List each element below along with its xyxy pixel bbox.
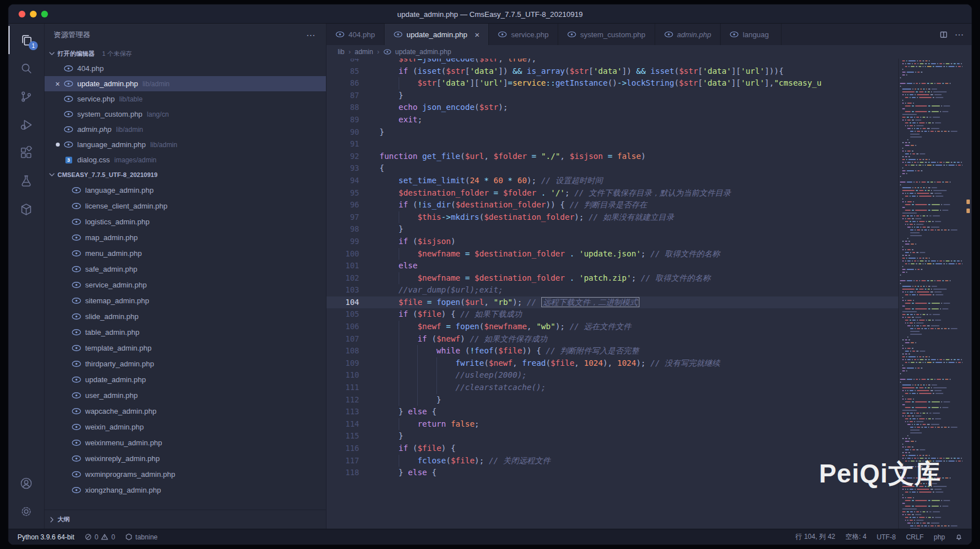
tree-file-item[interactable]: menu_admin.php: [45, 245, 326, 261]
status-python-version[interactable]: Python 3.9.6 64-bit: [17, 533, 74, 541]
status-cursor-position[interactable]: 行 104, 列 42: [796, 532, 836, 542]
code-line[interactable]: 101else: [326, 260, 898, 272]
tab-update_admin.php[interactable]: update_admin.php×: [385, 24, 489, 45]
tree-file-item[interactable]: weixinmenu_admin.php: [45, 435, 326, 450]
code-line[interactable]: 108while (!feof($file)) { // 判断附件写入是否完整: [326, 345, 898, 357]
tree-file-item[interactable]: weixinreply_admin.php: [45, 450, 326, 466]
open-editor-item[interactable]: language_admin.phplib/admin: [45, 137, 326, 152]
tree-file-item[interactable]: update_admin.php: [45, 371, 326, 387]
open-editor-item[interactable]: 404.php: [45, 61, 326, 76]
split-editor-icon[interactable]: [939, 30, 948, 39]
activity-extensions[interactable]: [8, 139, 44, 167]
activity-source-control[interactable]: [8, 82, 44, 110]
tree-file-item[interactable]: language_admin.php: [45, 182, 326, 198]
close-tab-icon[interactable]: ×: [475, 30, 480, 39]
code-line[interactable]: 98}: [326, 223, 898, 236]
code-line[interactable]: 100$newfname = $destination_folder . 'up…: [326, 248, 898, 260]
activity-explorer[interactable]: 1: [8, 26, 44, 54]
code-line[interactable]: 113} else {: [326, 406, 898, 418]
tree-file-item[interactable]: service_admin.php: [45, 277, 326, 293]
code-line[interactable]: 86$str['data']['url']=service::getInstan…: [326, 77, 898, 90]
breadcrumb-item[interactable]: admin: [355, 48, 373, 56]
code-line[interactable]: 107if ($newf) // 如果文件保存成功: [326, 333, 898, 346]
code-line[interactable]: 85if (isset($str['data']) && is_array($s…: [326, 65, 898, 78]
tab-languag[interactable]: languag: [721, 24, 782, 45]
status-notifications[interactable]: [955, 533, 963, 541]
open-editor-item[interactable]: system_custom.phplang/cn: [45, 107, 326, 122]
tree-file-item[interactable]: slide_admin.php: [45, 308, 326, 324]
tree-file-item[interactable]: license_client_admin.php: [45, 198, 326, 214]
tree-file-item[interactable]: thirdparty_admin.php: [45, 356, 326, 371]
code-line[interactable]: 111//clearstatcache();: [326, 382, 898, 394]
outline-section[interactable]: 大纲: [45, 510, 326, 529]
tree-file-item[interactable]: wxminprograms_admin.php: [45, 466, 326, 482]
overview-ruler[interactable]: [965, 59, 972, 529]
tab-404.php[interactable]: 404.php: [326, 24, 385, 45]
code-line[interactable]: 94set_time_limit(24 * 60 * 60); // 设置超时时…: [326, 175, 898, 187]
tab-admin.php[interactable]: admin.php: [655, 24, 721, 45]
tree-file-item[interactable]: xiongzhang_admin.php: [45, 482, 326, 498]
code-line[interactable]: 97$this->mkdirs($destination_folder); //…: [326, 211, 898, 224]
tree-file-item[interactable]: weixin_admin.php: [45, 419, 326, 435]
tree-file-item[interactable]: safe_admin.php: [45, 261, 326, 277]
editor-more-icon[interactable]: ⋯: [955, 29, 964, 40]
code-line[interactable]: 102$newfname = $destination_folder . 'pa…: [326, 272, 898, 285]
code-line[interactable]: 95$destination_folder = $folder . '/'; /…: [326, 187, 898, 200]
tree-file-item[interactable]: sitemap_admin.php: [45, 293, 326, 308]
code-line[interactable]: 99if ($isjson): [326, 236, 898, 248]
code-line[interactable]: 84$str=json_decode($str, true);: [326, 59, 898, 65]
breadcrumb-item[interactable]: lib: [338, 48, 345, 56]
tree-file-item[interactable]: logistics_admin.php: [45, 214, 326, 229]
code-line[interactable]: 93{: [326, 162, 898, 175]
code-line[interactable]: 92function get_file($url, $folder = "./"…: [326, 150, 898, 163]
activity-run-debug[interactable]: [8, 110, 44, 139]
more-actions-icon[interactable]: ⋯: [306, 30, 316, 41]
code-line[interactable]: 103//var_dump($url);exit;: [326, 284, 898, 296]
code-line[interactable]: 117fclose($file); // 关闭远程文件: [326, 455, 898, 467]
open-editor-item[interactable]: ×update_admin.phplib/admin: [45, 76, 326, 91]
code-line[interactable]: 115}: [326, 430, 898, 442]
status-encoding[interactable]: UTF-8: [877, 533, 896, 541]
open-editor-item[interactable]: admin.phplib/admin: [45, 122, 326, 137]
code-line[interactable]: 112}: [326, 394, 898, 406]
code-line[interactable]: 118} else {: [326, 467, 898, 479]
tree-file-item[interactable]: wapcache_admin.php: [45, 403, 326, 419]
code-line[interactable]: 91: [326, 138, 898, 150]
folder-section-header[interactable]: CMSEASY_7.7.5_UTF-8_20210919: [45, 167, 326, 182]
minimap[interactable]: [898, 59, 965, 529]
tree-file-item[interactable]: user_admin.php: [45, 387, 326, 403]
code-line[interactable]: 109fwrite($newf, fread($file, 1024), 102…: [326, 357, 898, 370]
status-language-mode[interactable]: php: [934, 533, 945, 541]
code-line[interactable]: 116if ($file) {: [326, 442, 898, 455]
editor[interactable]: 84$str=json_decode($str, true);85if (iss…: [326, 59, 898, 529]
activity-settings[interactable]: [8, 497, 44, 525]
open-editors-header[interactable]: 打开的编辑器 1 个未保存: [45, 46, 326, 61]
code-line[interactable]: 87}: [326, 90, 898, 102]
code-line[interactable]: 89exit;: [326, 114, 898, 126]
activity-account[interactable]: [8, 469, 44, 497]
code-line[interactable]: 105if ($file) { // 如果下载成功: [326, 308, 898, 321]
code-line[interactable]: 96if (!is_dir($destination_folder)) { //…: [326, 199, 898, 211]
open-editor-item[interactable]: service.phplib/table: [45, 91, 326, 107]
activity-package[interactable]: [8, 195, 44, 223]
code-line[interactable]: 90}: [326, 126, 898, 139]
tree-file-item[interactable]: map_admin.php: [45, 229, 326, 245]
tab-service.php[interactable]: service.php: [489, 24, 558, 45]
open-editor-item[interactable]: 3dialog.cssimages/admin: [45, 152, 326, 167]
code-line[interactable]: 110//usleep(2000);: [326, 369, 898, 382]
breadcrumb-item[interactable]: update_admin.php: [395, 48, 451, 56]
tree-file-item[interactable]: table_admin.php: [45, 324, 326, 340]
status-tabnine[interactable]: tabnine: [125, 533, 157, 541]
activity-search[interactable]: [8, 54, 44, 82]
activity-testing[interactable]: [8, 167, 44, 195]
tree-file-item[interactable]: template_admin.php: [45, 340, 326, 356]
code-line[interactable]: 88echo json_encode($str);: [326, 101, 898, 114]
code-line[interactable]: 104$file = fopen($url, "rb"); // 远程下载文件，…: [326, 296, 898, 309]
tab-system_custom.php[interactable]: system_custom.php: [558, 24, 655, 45]
status-eol[interactable]: CRLF: [906, 533, 924, 541]
status-problems[interactable]: 00: [85, 533, 115, 541]
close-editor-icon[interactable]: ×: [51, 79, 64, 88]
code-line[interactable]: 114return false;: [326, 418, 898, 431]
code-line[interactable]: 106$newf = fopen($newfname, "wb"); // 远在…: [326, 321, 898, 333]
status-indent-setting[interactable]: 空格: 4: [845, 532, 866, 542]
